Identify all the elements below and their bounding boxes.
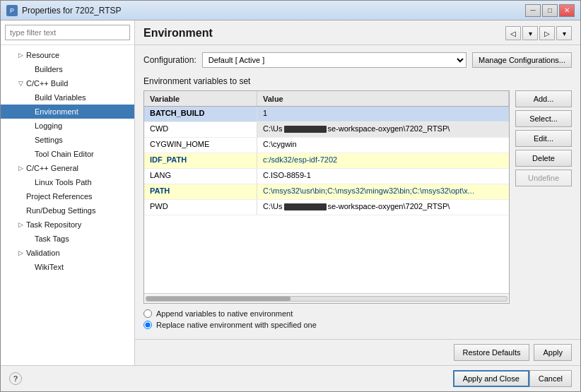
expand-icon: ▷	[16, 249, 25, 257]
expand-icon	[25, 136, 33, 144]
cell-variable: LANG	[144, 169, 257, 184]
table-row[interactable]: LANG C.ISO-8859-1	[144, 169, 509, 184]
cell-value: 1	[257, 107, 509, 121]
sidebar-item-validation[interactable]: ▷ Validation	[1, 246, 134, 260]
cell-value: C:\msys32\usr\bin;C:\msys32\mingw32\bin;…	[257, 184, 509, 199]
title-bar: P Properties for 7202_RTSP ─ □ ✕	[1, 1, 580, 20]
radio-append[interactable]	[143, 309, 152, 318]
cancel-button[interactable]: Cancel	[529, 370, 572, 387]
expand-icon: ▷	[16, 51, 25, 59]
cell-variable: BATCH_BUILD	[144, 107, 257, 121]
env-table: Variable Value BATCH_BUILD 1 CWD	[143, 90, 510, 304]
forward-button[interactable]: ▷	[539, 26, 555, 40]
sidebar-item-cpp-build[interactable]: ▽ C/C++ Build	[1, 76, 134, 90]
sidebar-item-label: Builders	[35, 65, 63, 73]
table-row[interactable]: BATCH_BUILD 1	[144, 107, 509, 122]
sidebar-item-label: Validation	[26, 249, 60, 257]
col-header-variable: Variable	[144, 91, 257, 106]
cell-value: C:\Usse-workspace-oxygen\7202_RTSP\	[257, 122, 509, 137]
sidebar-item-settings[interactable]: Settings	[1, 133, 134, 147]
sidebar-item-cpp-general[interactable]: ▷ C/C++ General	[1, 161, 134, 175]
config-select[interactable]: Default [ Active ]	[202, 52, 466, 68]
sidebar-item-project-references[interactable]: Project References	[1, 189, 134, 203]
sidebar-item-run-debug[interactable]: Run/Debug Settings	[1, 203, 134, 218]
sidebar-item-label: WikiText	[35, 263, 64, 271]
manage-configurations-button[interactable]: Manage Configurations...	[472, 52, 572, 68]
table-row[interactable]: CYGWIN_HOME C:\cygwin	[144, 138, 509, 153]
sidebar-item-environment[interactable]: Environment	[1, 105, 134, 119]
sidebar-item-build-variables[interactable]: Build Variables	[1, 90, 134, 105]
expand-icon: ▷	[16, 164, 25, 172]
dropdown-button[interactable]: ▾	[522, 26, 538, 40]
window-controls: ─ □ ✕	[525, 4, 575, 17]
cell-value: C:\cygwin	[257, 138, 509, 153]
table-row[interactable]: IDF_PATH c:/sdk32/esp-idf-7202	[144, 153, 509, 169]
edit-button[interactable]: Edit...	[515, 130, 572, 147]
filter-input[interactable]	[5, 25, 130, 40]
table-and-buttons: Variable Value BATCH_BUILD 1 CWD	[143, 90, 572, 304]
restore-defaults-button[interactable]: Restore Defaults	[454, 344, 530, 361]
select-button[interactable]: Select...	[515, 110, 572, 127]
col-header-value: Value	[257, 91, 509, 106]
sidebar-item-label: Logging	[35, 121, 62, 130]
delete-button[interactable]: Delete	[515, 150, 572, 167]
config-row: Configuration: Default [ Active ] Manage…	[143, 52, 572, 68]
sidebar-item-task-tags[interactable]: Task Tags	[1, 232, 134, 246]
close-button[interactable]: ✕	[559, 4, 575, 17]
horizontal-scrollbar[interactable]	[144, 293, 509, 303]
back-button[interactable]: ◁	[505, 26, 521, 40]
sidebar-item-label: Tool Chain Editor	[35, 150, 94, 158]
sidebar-item-label: Task Repository	[26, 220, 81, 229]
cell-variable: CYGWIN_HOME	[144, 138, 257, 153]
sidebar-item-label: Task Tags	[35, 234, 69, 243]
undefine-button[interactable]: Undefine	[515, 170, 572, 186]
expand-icon	[25, 178, 33, 186]
expand-icon	[25, 107, 33, 116]
radio-row-append: Append variables to native environment	[143, 309, 572, 318]
sidebar-item-logging[interactable]: Logging	[1, 119, 134, 133]
apply-button[interactable]: Apply	[534, 344, 572, 361]
maximize-button[interactable]: □	[542, 4, 558, 17]
sidebar-item-task-repository[interactable]: ▷ Task Repository	[1, 218, 134, 232]
expand-icon	[25, 150, 33, 158]
action-buttons: Add... Select... Edit... Delete Undefine	[515, 90, 572, 304]
right-panel: Environment ◁ ▾ ▷ ▾ Configuration: Defau…	[135, 20, 580, 365]
config-label: Configuration:	[143, 55, 196, 65]
window-icon: P	[6, 5, 18, 16]
scrollbar-track	[146, 296, 507, 302]
sidebar-item-label: Linux Tools Path	[35, 178, 92, 186]
nav-buttons: ◁ ▾ ▷ ▾	[505, 26, 572, 40]
sidebar-item-wikitext[interactable]: WikiText	[1, 260, 134, 274]
sidebar-item-linux-tools[interactable]: Linux Tools Path	[1, 175, 134, 189]
table-row[interactable]: PWD C:\Usse-workspace-oxygen\7202_RTSP\	[144, 200, 509, 215]
sidebar-item-label: Build Variables	[35, 93, 86, 102]
sidebar-item-label: C/C++ General	[26, 164, 78, 172]
help-icon[interactable]: ?	[9, 372, 22, 385]
expand-icon	[25, 93, 33, 102]
cell-variable: PWD	[144, 200, 257, 215]
sidebar-item-builders[interactable]: Builders	[1, 62, 134, 76]
sidebar: ▷ Resource Builders ▽ C/C++ Build Build …	[1, 20, 135, 365]
radio-replace[interactable]	[143, 321, 152, 329]
radio-row-replace: Replace native environment with specifie…	[143, 321, 572, 329]
tree-area: ▷ Resource Builders ▽ C/C++ Build Build …	[1, 45, 134, 365]
panel-header: Environment ◁ ▾ ▷ ▾	[135, 20, 580, 45]
cell-value: c:/sdk32/esp-idf-7202	[257, 153, 509, 168]
add-button[interactable]: Add...	[515, 90, 572, 107]
sidebar-item-label: Resource	[26, 51, 59, 59]
forward-dropdown-button[interactable]: ▾	[556, 26, 572, 40]
sidebar-item-label: Environment	[35, 107, 78, 116]
panel-title: Environment	[143, 27, 213, 40]
expand-icon: ▷	[16, 220, 25, 229]
minimize-button[interactable]: ─	[525, 4, 541, 17]
sidebar-item-resource[interactable]: ▷ Resource	[1, 48, 134, 62]
table-row[interactable]: CWD C:\Usse-workspace-oxygen\7202_RTSP\	[144, 122, 509, 138]
bottom-options: Append variables to native environment R…	[143, 309, 572, 332]
sidebar-item-label: Settings	[35, 136, 63, 144]
sidebar-item-toolchain-editor[interactable]: Tool Chain Editor	[1, 147, 134, 161]
main-window: P Properties for 7202_RTSP ─ □ ✕ ▷ Resou…	[0, 0, 581, 392]
expand-icon: ▽	[16, 79, 25, 88]
table-body: BATCH_BUILD 1 CWD C:\Usse-workspace-oxyg…	[144, 107, 509, 293]
table-row[interactable]: PATH C:\msys32\usr\bin;C:\msys32\mingw32…	[144, 184, 509, 200]
apply-and-close-button[interactable]: Apply and Close	[453, 370, 529, 387]
